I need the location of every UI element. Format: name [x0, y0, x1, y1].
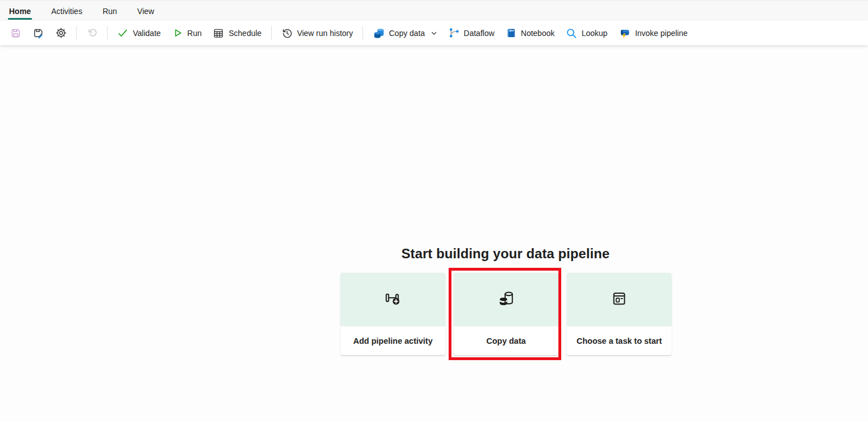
copy-data-card[interactable]: Copy data	[454, 273, 558, 355]
copy-data-icon	[373, 27, 384, 39]
settings-button[interactable]	[50, 23, 72, 43]
card-label: Choose a task to start	[567, 326, 672, 355]
chevron-down-icon	[431, 30, 437, 37]
save-as-button[interactable]	[27, 23, 50, 43]
ribbon-tab-bar: Home Activities Run View	[0, 0, 868, 21]
toolbar-separator	[271, 26, 272, 40]
toolbar-separator	[363, 26, 363, 40]
save-as-icon	[33, 28, 44, 39]
save-icon	[10, 28, 21, 39]
card-icon-area	[341, 273, 445, 326]
schedule-label: Schedule	[229, 29, 261, 38]
invoke-pipeline-label: Invoke pipeline	[635, 29, 687, 38]
starter-card-row: Add pipeline activity Copy data	[341, 273, 672, 355]
copy-data-toolbar-button[interactable]: Copy data	[367, 23, 443, 43]
dataflow-icon	[449, 28, 459, 38]
home-ribbon-toolbar: Validate Run Schedule	[0, 21, 868, 45]
card-icon-area	[567, 273, 672, 326]
notebook-label: Notebook	[521, 29, 554, 38]
validate-label: Validate	[133, 29, 161, 38]
page-title: Start building your data pipeline	[312, 246, 699, 262]
notebook-icon	[505, 28, 516, 38]
check-icon	[117, 28, 128, 39]
history-clock-icon	[281, 28, 293, 39]
play-icon	[172, 28, 183, 38]
card-label: Add pipeline activity	[341, 326, 445, 355]
schedule-button[interactable]: Schedule	[207, 23, 267, 43]
save-button[interactable]	[5, 23, 27, 43]
invoke-pipeline-icon	[619, 27, 630, 39]
tab-view[interactable]: View	[136, 1, 155, 21]
toolbar-separator	[107, 26, 108, 40]
run-button[interactable]: Run	[167, 23, 208, 43]
undo-button[interactable]	[80, 23, 103, 43]
calendar-icon	[213, 28, 224, 39]
validate-button[interactable]: Validate	[111, 23, 167, 43]
tab-home[interactable]: Home	[8, 1, 32, 21]
toolbar-separator	[76, 26, 77, 40]
pipeline-canvas: Start building your data pipeline Add pi…	[0, 45, 868, 422]
copy-data-label: Copy data	[389, 29, 425, 38]
view-run-history-label: View run history	[297, 29, 353, 38]
card-label: Copy data	[454, 326, 558, 355]
pipeline-plus-icon	[382, 288, 404, 312]
tab-activities[interactable]: Activities	[50, 1, 83, 21]
tab-run[interactable]: Run	[101, 1, 118, 21]
card-icon-area	[454, 273, 558, 326]
gear-icon	[55, 27, 67, 39]
lookup-label: Lookup	[581, 29, 607, 38]
task-window-icon	[609, 288, 630, 312]
undo-icon	[86, 28, 97, 39]
lookup-magnifier-icon	[566, 28, 577, 39]
view-run-history-button[interactable]: View run history	[276, 23, 359, 43]
add-pipeline-activity-card[interactable]: Add pipeline activity	[341, 273, 445, 355]
choose-task-card[interactable]: Choose a task to start	[567, 273, 672, 355]
dataflow-label: Dataflow	[464, 29, 494, 38]
database-stack-icon	[495, 288, 517, 312]
run-label: Run	[187, 29, 202, 38]
invoke-pipeline-button[interactable]: Invoke pipeline	[613, 23, 693, 43]
dataflow-button[interactable]: Dataflow	[443, 23, 500, 43]
lookup-button[interactable]: Lookup	[560, 23, 613, 43]
notebook-button[interactable]: Notebook	[500, 23, 560, 43]
